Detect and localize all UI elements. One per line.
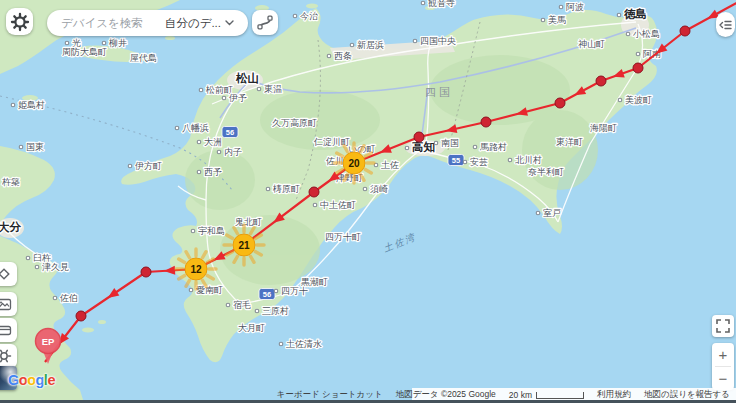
- route-icon: [257, 15, 274, 30]
- cluster-count: 12: [190, 264, 202, 275]
- map-label: 愛南町: [196, 285, 223, 295]
- draw-tool-button[interactable]: [0, 262, 17, 286]
- route-point-marker[interactable]: [141, 267, 151, 277]
- map-label: 伊予: [229, 93, 247, 103]
- map-label: 小松島: [632, 29, 660, 39]
- town-dot: [191, 229, 195, 233]
- zoom-in-button[interactable]: +: [712, 343, 734, 366]
- map-label: 奈半利町: [528, 167, 564, 177]
- route-point-marker[interactable]: [481, 117, 491, 127]
- google-logo-letter: o: [27, 372, 35, 388]
- town-dot: [617, 13, 621, 17]
- map-label: 大洲: [204, 137, 222, 147]
- town-dot: [189, 288, 193, 292]
- map-label: 杵築: [2, 177, 20, 187]
- town-dot: [26, 256, 30, 260]
- search-input[interactable]: [59, 16, 159, 30]
- town-dot: [65, 41, 69, 45]
- town-dot: [279, 342, 283, 346]
- town-dot: [413, 39, 417, 43]
- map-canvas[interactable]: 565556光柳井周防大島町屋代島今治観音寺美馬阿波徳島小松島神山町阿南美波町海…: [0, 0, 736, 403]
- town-dot: [541, 18, 545, 22]
- terms-link[interactable]: 利用規約: [597, 389, 631, 401]
- map-label: 四万十町: [325, 232, 361, 242]
- town-dot: [313, 203, 317, 207]
- settings-tool-button[interactable]: [0, 344, 17, 368]
- map-label: 松山: [235, 72, 259, 84]
- town-dot: [35, 265, 39, 269]
- town-dot: [536, 211, 540, 215]
- gear-icon: [9, 11, 31, 33]
- route-point-marker[interactable]: [596, 76, 606, 86]
- map-label: 須崎: [370, 184, 388, 194]
- map-label: 伊方町: [135, 161, 162, 171]
- map-zoom-control: + −: [712, 343, 734, 390]
- town-dot: [197, 140, 201, 144]
- gear-small-icon: [0, 348, 12, 364]
- route-point-marker[interactable]: [555, 98, 565, 108]
- route-point-marker[interactable]: [76, 311, 86, 321]
- collapse-panel-icon: [719, 18, 733, 32]
- town-dot: [199, 88, 203, 92]
- route-shield-number: 56: [263, 290, 271, 299]
- map-label: 宇和島: [198, 226, 225, 236]
- map-label: 徳島: [623, 8, 647, 20]
- route-point-marker[interactable]: [414, 132, 424, 142]
- town-dot: [226, 303, 230, 307]
- map-label: 東洋町: [556, 137, 583, 147]
- map-label: 西予: [204, 167, 222, 177]
- map-label: 西条: [334, 51, 352, 61]
- map-label: 四国: [425, 86, 453, 98]
- town-dot: [217, 150, 221, 154]
- map-scale-label: 20 km: [509, 390, 532, 400]
- town-dot: [636, 52, 640, 56]
- town-dot: [463, 160, 467, 164]
- route-history-toggle-button[interactable]: [252, 10, 278, 35]
- town-dot: [257, 87, 261, 91]
- map-label: 久万高原町: [272, 118, 317, 128]
- map-label: 鬼北町: [235, 217, 262, 227]
- route-shield-number: 55: [452, 156, 460, 165]
- keyboard-shortcuts-button[interactable]: キーボード ショートカット: [276, 389, 382, 401]
- town-dot: [266, 187, 270, 191]
- device-filter-dropdown[interactable]: 自分のデ...: [159, 15, 240, 32]
- photo-tool-button[interactable]: [0, 292, 17, 316]
- route-shield-number: 56: [226, 128, 234, 137]
- town-dot: [128, 164, 132, 168]
- card-icon: [0, 323, 12, 338]
- town-dot: [175, 126, 179, 130]
- device-filter-label: 自分のデ...: [165, 16, 221, 31]
- town-dot: [274, 289, 278, 293]
- town-dot: [421, 1, 425, 5]
- map-scale-control[interactable]: 20 km: [509, 390, 584, 400]
- route-point-marker[interactable]: [309, 187, 319, 197]
- town-dot: [559, 5, 563, 9]
- town-dot: [626, 32, 630, 36]
- map-label: 東温: [264, 84, 282, 94]
- route-point-marker[interactable]: [680, 26, 690, 36]
- map-label: 津久見: [42, 262, 69, 272]
- google-logo-letter: o: [19, 372, 27, 388]
- town-dot: [405, 146, 409, 150]
- town-dot: [363, 187, 367, 191]
- map-label: 屋代島: [130, 53, 157, 63]
- map-label: 美波町: [625, 95, 652, 105]
- fullscreen-button[interactable]: [712, 315, 734, 337]
- collapse-panel-button[interactable]: [716, 12, 735, 37]
- town-dot: [508, 158, 512, 162]
- map-label: 中土佐町: [320, 200, 356, 210]
- report-map-error-link[interactable]: 地図の誤りを報告する: [644, 389, 730, 401]
- settings-button[interactable]: [6, 8, 33, 35]
- map-label: 北川村: [515, 155, 542, 165]
- town-dot: [19, 145, 23, 149]
- map-scale-bar: [536, 392, 584, 399]
- map-label: 四国中央: [420, 36, 456, 46]
- town-dot: [618, 98, 622, 102]
- town-dot: [11, 103, 15, 107]
- map-label: 梼原町: [272, 184, 300, 194]
- map-label: 三原村: [262, 306, 289, 316]
- route-point-marker[interactable]: [633, 63, 643, 73]
- town-dot: [53, 296, 57, 300]
- zoom-out-button[interactable]: −: [712, 367, 734, 390]
- card-tool-button[interactable]: [0, 318, 17, 342]
